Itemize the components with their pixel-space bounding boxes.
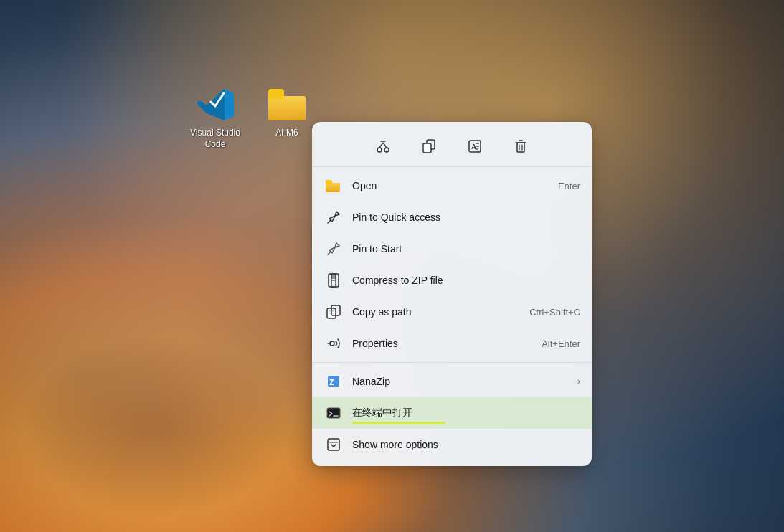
menu-divider-1 xyxy=(312,362,592,363)
svg-rect-1 xyxy=(268,96,306,120)
svg-point-4 xyxy=(384,148,389,152)
menu-item-terminal[interactable]: 在终端中打开 xyxy=(312,397,592,429)
open-icon xyxy=(323,176,344,196)
terminal-highlight-underline xyxy=(352,422,445,424)
menu-item-properties[interactable]: Properties Alt+Enter xyxy=(312,328,592,359)
svg-line-24 xyxy=(328,252,331,255)
folder-icon-image xyxy=(268,86,306,123)
pin-quick-label: Pin to Quick access xyxy=(352,212,580,223)
copy-path-label: Copy as path xyxy=(352,306,518,318)
terminal-icon xyxy=(323,403,344,423)
nanazip-label: NanaZip xyxy=(352,376,572,387)
pin-quick-icon xyxy=(323,207,344,227)
pin-start-label: Pin to Start xyxy=(352,243,580,255)
svg-rect-22 xyxy=(326,180,332,184)
svg-rect-38 xyxy=(327,408,340,418)
desktop-icon-vscode[interactable]: Visual Studio Code xyxy=(186,86,244,150)
svg-line-23 xyxy=(328,220,331,223)
svg-rect-9 xyxy=(423,143,431,153)
menu-item-nanazip[interactable]: Z NanaZip › xyxy=(312,366,592,397)
pin-start-icon xyxy=(323,239,344,259)
terminal-label: 在终端中打开 xyxy=(352,407,580,419)
open-label: Open xyxy=(352,180,547,191)
menu-item-copy-path[interactable]: Copy as path Ctrl+Shift+C xyxy=(312,296,592,328)
svg-line-6 xyxy=(383,143,387,148)
desktop-icons: Visual Studio Code Ai-M6 xyxy=(186,86,316,150)
svg-point-3 xyxy=(377,148,382,152)
open-shortcut: Enter xyxy=(558,181,580,191)
compress-icon xyxy=(323,270,344,290)
ai-m6-icon-label: Ai-M6 xyxy=(275,128,298,139)
properties-shortcut: Alt+Enter xyxy=(542,338,580,349)
vscode-icon-image xyxy=(197,86,234,123)
compress-label: Compress to ZIP file xyxy=(352,275,580,286)
toolbar-cut-button[interactable] xyxy=(370,133,396,159)
menu-item-compress[interactable]: Compress to ZIP file xyxy=(312,265,592,296)
toolbar-delete-button[interactable] xyxy=(508,133,534,159)
nanazip-submenu-arrow: › xyxy=(577,376,580,386)
toolbar-copy-button[interactable] xyxy=(416,133,442,159)
menu-item-pin-quick[interactable]: Pin to Quick access xyxy=(312,201,592,233)
copy-path-shortcut: Ctrl+Shift+C xyxy=(529,307,580,318)
copy-path-icon xyxy=(323,302,344,322)
context-menu: A xyxy=(312,122,592,466)
toolbar-rename-button[interactable]: A xyxy=(462,133,488,159)
nanazip-icon: Z xyxy=(323,371,344,391)
menu-toolbar: A xyxy=(312,128,592,167)
show-more-label: Show more options xyxy=(352,439,580,450)
svg-line-5 xyxy=(379,143,383,148)
svg-rect-2 xyxy=(268,89,284,99)
menu-item-pin-start[interactable]: Pin to Start xyxy=(312,233,592,265)
desktop-icon-ai-m6[interactable]: Ai-M6 xyxy=(258,86,316,150)
svg-rect-15 xyxy=(517,143,524,152)
svg-rect-40 xyxy=(328,439,339,450)
svg-point-34 xyxy=(330,341,334,346)
desktop: Visual Studio Code Ai-M6 xyxy=(0,0,784,532)
properties-label: Properties xyxy=(352,338,530,349)
vscode-icon-label: Visual Studio Code xyxy=(186,128,244,150)
properties-icon xyxy=(323,333,344,353)
svg-text:Z: Z xyxy=(329,378,334,387)
menu-item-open[interactable]: Open Enter xyxy=(312,170,592,201)
menu-item-show-more[interactable]: Show more options xyxy=(312,429,592,460)
show-more-icon xyxy=(323,434,344,455)
